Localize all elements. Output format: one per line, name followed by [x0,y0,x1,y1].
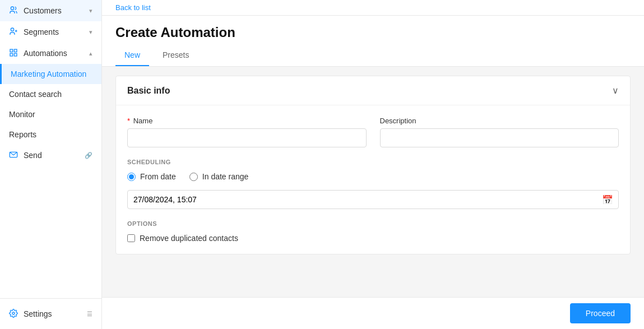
sidebar-item-marketing-automation-label: Marketing Automation [11,69,86,78]
send-link-icon: 🔗 [85,152,92,159]
in-date-range-label: In date range [202,172,249,181]
basic-info-header[interactable]: Basic info ∨ [116,76,630,105]
svg-rect-4 [10,49,13,52]
in-date-range-radio[interactable] [189,173,198,181]
back-to-list-link[interactable]: Back to list [115,3,151,12]
sidebar-item-reports-label: Reports [9,130,36,139]
from-date-radio[interactable] [127,173,136,181]
footer: Proceed [102,297,644,329]
calendar-icon[interactable]: 📅 [602,194,613,205]
basic-info-body: * Name Description SCHEDULING [116,105,630,254]
basic-info-chevron-icon: ∨ [612,85,619,96]
send-icon [9,150,19,160]
sidebar-item-marketing-automation[interactable]: Marketing Automation [0,64,101,84]
automations-chevron-icon: ▴ [89,50,92,57]
scheduling-section: SCHEDULING From date In date range [127,159,619,209]
segments-icon [9,27,19,37]
description-label: Description [380,117,619,125]
back-link-bar: Back to list [102,0,644,16]
description-form-group: Description [380,117,619,147]
basic-info-title: Basic info [127,86,170,96]
sidebar-item-automations[interactable]: Automations ▴ [0,43,101,64]
segments-chevron-icon: ▾ [89,29,92,36]
scheduling-radio-group: From date In date range [127,172,619,181]
settings-icon [9,309,19,319]
sidebar-item-settings-label: Settings [24,309,52,318]
sidebar-item-segments[interactable]: Segments ▾ [0,21,101,43]
name-required-marker: * [127,117,130,125]
automations-icon [9,48,19,58]
main-content: Basic info ∨ * Name [102,67,644,297]
tabs-bar: New Presets [102,45,644,67]
page-header: Create Automation [102,16,644,45]
date-input-wrapper: 📅 [127,190,619,209]
name-label: * Name [127,117,367,125]
sidebar-item-segments-label: Segments [24,27,59,36]
content-area: Back to list Create Automation New Prese… [102,0,644,329]
name-description-row: * Name Description [127,117,619,147]
sidebar-item-contact-search-label: Contact search [9,90,62,99]
from-date-label: From date [140,172,176,181]
sidebar-item-reports[interactable]: Reports [0,124,101,145]
svg-rect-5 [14,49,17,52]
svg-point-9 [12,312,15,314]
basic-info-card: Basic info ∨ * Name [115,76,631,254]
from-date-option[interactable]: From date [127,172,176,181]
in-date-range-option[interactable]: In date range [189,172,249,181]
scheduling-label: SCHEDULING [127,159,619,165]
name-form-group: * Name [127,117,367,147]
svg-point-1 [11,28,13,31]
tab-new[interactable]: New [115,45,149,66]
options-section: OPTIONS Remove duplicated contacts [127,220,619,243]
svg-rect-6 [14,53,17,56]
sidebar-item-automations-label: Automations [24,49,67,58]
proceed-button[interactable]: Proceed [570,303,631,323]
svg-rect-7 [10,53,13,56]
svg-point-0 [11,7,13,10]
customers-chevron-icon: ▾ [89,7,92,15]
sidebar-item-customers-label: Customers [24,6,62,15]
name-input[interactable] [127,128,367,147]
remove-duplicates-label: Remove duplicated contacts [140,234,238,243]
sidebar-item-settings[interactable]: Settings ☰ [0,303,101,325]
sidebar-item-monitor[interactable]: Monitor [0,104,101,124]
date-input[interactable] [127,190,619,209]
sidebar-item-send-label: Send [24,151,42,160]
page-title: Create Automation [115,25,631,40]
remove-duplicates-option[interactable]: Remove duplicated contacts [127,234,619,243]
sidebar-item-monitor-label: Monitor [9,110,35,119]
sidebar-item-contact-search[interactable]: Contact search [0,84,101,104]
customers-icon [9,6,19,16]
tab-presets[interactable]: Presets [154,45,198,66]
options-label: OPTIONS [127,220,619,227]
sidebar-item-customers[interactable]: Customers ▾ [0,0,101,21]
sidebar-item-send[interactable]: Send 🔗 [0,145,101,166]
sidebar: Customers ▾ Segments ▾ Automations ▴ [0,0,102,329]
list-icon: ☰ [87,311,92,318]
description-input[interactable] [380,128,619,147]
remove-duplicates-checkbox[interactable] [127,234,135,242]
